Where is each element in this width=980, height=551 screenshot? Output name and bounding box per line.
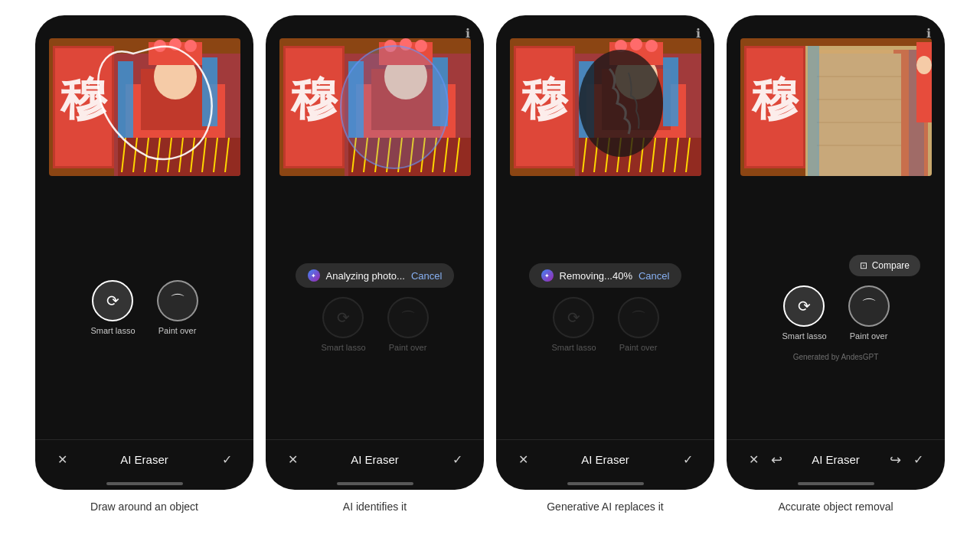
svg-rect-85 — [817, 54, 901, 176]
smart-lasso-icon-circle-3: ⟳ — [553, 297, 594, 338]
tool-buttons-1: ⟳ Smart lasso ⌒ Paint over — [90, 280, 198, 335]
analyzing-bar-2: Analyzing photo... Cancel — [296, 263, 455, 288]
svg-rect-93 — [916, 42, 932, 54]
caption-4: Accurate object removal — [778, 500, 893, 513]
smart-lasso-label-2: Smart lasso — [321, 343, 365, 352]
paint-over-icon-circle-4: ⌒ — [848, 285, 890, 327]
paint-over-icon-3: ⌒ — [631, 308, 646, 328]
photo-container-3: 穆 — [510, 38, 701, 176]
smart-lasso-icon-circle-1: ⟳ — [92, 280, 133, 321]
home-indicator-4 — [798, 482, 874, 485]
controls-4: ⊡ Compare ⟳ Smart lasso ⌒ — [727, 176, 945, 439]
smart-lasso-label-3: Smart lasso — [551, 343, 596, 352]
home-indicator-3 — [567, 482, 644, 485]
close-icon-3[interactable]: ✕ — [511, 452, 534, 467]
phone-wrapper-2: ℹ 穆 — [266, 15, 484, 513]
smart-lasso-label-1: Smart lasso — [90, 326, 135, 335]
paint-over-btn-1[interactable]: ⌒ Paint over — [157, 280, 198, 335]
paint-over-label-3: Paint over — [619, 343, 658, 352]
svg-point-76 — [579, 50, 663, 157]
photo-container-1: 穆 — [49, 38, 240, 176]
svg-point-38 — [415, 40, 427, 52]
home-indicator-2 — [337, 482, 413, 485]
photo-container-4: 穆 — [740, 38, 932, 176]
ai-sparkle-icon-2 — [308, 269, 320, 282]
paint-over-label-2: Paint over — [389, 343, 427, 352]
paint-over-btn-3: ⌒ Paint over — [618, 297, 659, 352]
generated-text-4: Generated by AndesGPT — [793, 353, 879, 361]
svg-point-50 — [341, 46, 448, 168]
controls-3: Removing...40% Cancel ⟳ Smart lasso ⌒ — [496, 176, 714, 439]
title-4: AI Eraser — [800, 453, 871, 466]
title-3: AI Eraser — [534, 453, 676, 466]
paint-over-label-4: Paint over — [850, 331, 888, 341]
compare-label-4: Compare — [872, 260, 910, 271]
bottom-bar-2: ✕ AI Eraser ✓ — [266, 439, 484, 479]
caption-3: Generative AI replaces it — [547, 500, 664, 513]
check-icon-4[interactable]: ✓ — [906, 452, 929, 467]
title-1: AI Eraser — [74, 453, 215, 466]
cancel-button-3[interactable]: Cancel — [639, 270, 669, 282]
check-icon-1[interactable]: ✓ — [215, 452, 238, 467]
bottom-bar-3: ✕ AI Eraser ✓ — [496, 439, 714, 479]
phone-3: ℹ 穆 — [496, 15, 714, 490]
photo-container-2: 穆 — [279, 38, 471, 176]
controls-1: ⟳ Smart lasso ⌒ Paint over — [35, 176, 253, 439]
bottom-bar-4: ✕ ↩ AI Eraser ↪ ✓ — [727, 439, 945, 479]
smart-lasso-btn-3: ⟳ Smart lasso — [551, 297, 596, 352]
svg-text:穆: 穆 — [290, 73, 338, 125]
close-icon-4[interactable]: ✕ — [742, 452, 765, 467]
paint-over-btn-4[interactable]: ⌒ Paint over — [848, 285, 890, 341]
check-icon-3[interactable]: ✓ — [676, 452, 699, 467]
analyzing-text-2: Analyzing photo... — [326, 270, 405, 282]
paint-over-icon-2: ⌒ — [400, 308, 416, 328]
svg-rect-90 — [808, 46, 819, 176]
redo-icon-4[interactable]: ↪ — [884, 452, 906, 468]
smart-lasso-btn-2: ⟳ Smart lasso — [321, 297, 365, 352]
svg-point-92 — [916, 56, 932, 74]
svg-rect-59 — [663, 57, 678, 126]
phone-4: ℹ 穆 — [727, 15, 945, 490]
removing-text-3: Removing...40% — [560, 270, 632, 282]
paint-over-icon-1: ⌒ — [170, 291, 185, 311]
phone-wrapper-1: 穆 — [35, 15, 253, 513]
smart-lasso-icon-circle-2: ⟳ — [322, 297, 364, 338]
tool-buttons-2: ⟳ Smart lasso ⌒ Paint over — [321, 297, 428, 352]
tool-buttons-3: ⟳ Smart lasso ⌒ Paint over — [551, 297, 658, 352]
caption-1: Draw around an object — [90, 500, 198, 513]
home-indicator-1 — [106, 482, 183, 485]
close-icon-2[interactable]: ✕ — [281, 452, 304, 467]
controls-2: Analyzing photo... Cancel ⟳ Smart lasso … — [266, 176, 484, 439]
smart-lasso-icon-2: ⟳ — [337, 308, 350, 327]
paint-over-icon-4: ⌒ — [861, 295, 877, 316]
paint-over-icon-circle-2: ⌒ — [387, 297, 429, 338]
svg-point-64 — [645, 40, 658, 52]
paint-over-btn-2: ⌒ Paint over — [387, 297, 429, 352]
paint-over-icon-circle-3: ⌒ — [618, 297, 659, 338]
phone-wrapper-3: ℹ 穆 — [496, 15, 714, 513]
cancel-button-2[interactable]: Cancel — [411, 270, 442, 282]
smart-lasso-icon-circle-4: ⟳ — [783, 285, 825, 327]
smart-lasso-icon-4: ⟳ — [798, 297, 811, 315]
smart-lasso-btn-4[interactable]: ⟳ Smart lasso — [782, 285, 826, 341]
smart-lasso-btn-1[interactable]: ⟳ Smart lasso — [90, 280, 135, 335]
svg-point-63 — [630, 38, 642, 51]
close-icon-1[interactable]: ✕ — [51, 452, 74, 467]
ai-sparkle-icon-3 — [541, 269, 554, 282]
title-2: AI Eraser — [304, 453, 446, 466]
compare-icon-4: ⊡ — [860, 260, 867, 271]
smart-lasso-label-4: Smart lasso — [782, 331, 826, 341]
paint-over-icon-circle-1: ⌒ — [157, 280, 198, 321]
smart-lasso-icon-3: ⟳ — [567, 308, 580, 327]
compare-button-4[interactable]: ⊡ Compare — [849, 255, 920, 276]
phone-2: ℹ 穆 — [266, 15, 484, 490]
svg-text:穆: 穆 — [521, 73, 569, 125]
phone-1: 穆 — [35, 15, 253, 490]
svg-text:穆: 穆 — [751, 73, 799, 125]
paint-over-label-1: Paint over — [158, 326, 197, 335]
tool-buttons-4: ⟳ Smart lasso ⌒ Paint over — [782, 285, 889, 341]
phone-wrapper-4: ℹ 穆 — [727, 15, 945, 513]
bottom-bar-1: ✕ AI Eraser ✓ — [35, 439, 253, 479]
undo-icon-4[interactable]: ↩ — [765, 452, 788, 468]
check-icon-2[interactable]: ✓ — [446, 452, 469, 467]
